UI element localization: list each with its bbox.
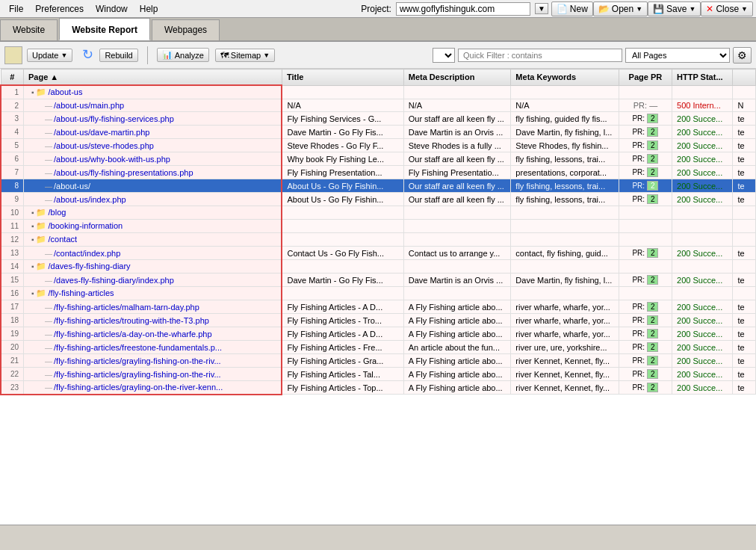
pages-filter-dropdown[interactable]: All Pages xyxy=(625,48,730,63)
page-link[interactable]: /fly-fishing-articles/freestone-fundamen… xyxy=(54,343,222,352)
page-link[interactable]: /about-us/fly-fishing-presentations.php xyxy=(54,168,193,177)
table-row[interactable]: 12▪📁/contact xyxy=(1,233,756,247)
update-button[interactable]: Update ▼ xyxy=(27,49,72,62)
row-page[interactable]: —/about-us/why-book-with-us.php xyxy=(24,152,282,166)
row-page[interactable]: —/about-us/fly-fishing-services.php xyxy=(24,112,282,126)
row-page[interactable]: —/about-us/dave-martin.php xyxy=(24,126,282,139)
table-row[interactable]: 23—/fly-fishing-articles/grayling-on-the… xyxy=(1,381,756,395)
close-button[interactable]: ✕ Close ▼ xyxy=(701,1,753,16)
page-link[interactable]: /daves-fly-fishing-diary/index.php xyxy=(54,276,174,285)
table-row[interactable]: 2—/about-us/main.phpN/AN/AN/APR: —500 In… xyxy=(1,99,756,112)
col-header-meta-kw[interactable]: Meta Keywords xyxy=(511,69,619,86)
row-page[interactable]: ▪📁/daves-fly-fishing-diary xyxy=(24,260,282,274)
page-link[interactable]: /about-us/fly-fishing-services.php xyxy=(54,114,174,123)
tab-website-report[interactable]: Website Report xyxy=(59,18,150,40)
col-header-pr[interactable]: Page PR xyxy=(619,69,672,86)
filter-type-dropdown[interactable] xyxy=(433,48,455,63)
page-link[interactable]: /about-us/dave-martin.php xyxy=(54,128,149,137)
open-dropdown-icon[interactable]: ▼ xyxy=(636,5,642,13)
save-button[interactable]: 💾 Save ▼ xyxy=(648,1,701,16)
col-header-title[interactable]: Title xyxy=(282,69,403,86)
table-row[interactable]: 13—/contact/index.phpContact Us - Go Fly… xyxy=(1,247,756,260)
menu-file[interactable]: File xyxy=(3,2,29,16)
quick-filter-input[interactable] xyxy=(458,49,622,62)
page-link[interactable]: /about-us/index.php xyxy=(54,195,126,204)
page-link[interactable]: /about-us/why-book-with-us.php xyxy=(54,155,170,164)
expand-icon[interactable]: ▪ xyxy=(31,262,34,271)
menu-preferences[interactable]: Preferences xyxy=(29,2,90,16)
row-page[interactable]: ▪📁/fly-fishing-articles xyxy=(24,287,282,300)
close-dropdown-icon[interactable]: ▼ xyxy=(741,5,748,13)
table-row[interactable]: 19—/fly-fishing-articles/a-day-on-the-wh… xyxy=(1,327,756,341)
row-page[interactable]: —/about-us/steve-rhodes.php xyxy=(24,139,282,152)
table-row[interactable]: 22—/fly-fishing-articles/grayling-fishin… xyxy=(1,368,756,381)
row-page[interactable]: —/fly-fishing-articles/freestone-fundame… xyxy=(24,341,282,354)
row-page[interactable]: —/fly-fishing-articles/a-day-on-the-whar… xyxy=(24,327,282,341)
page-link[interactable]: /about-us xyxy=(49,87,83,96)
table-row[interactable]: 4—/about-us/dave-martin.phpDave Martin -… xyxy=(1,126,756,139)
update-dropdown-icon[interactable]: ▼ xyxy=(61,52,67,59)
rebuild-button[interactable]: Rebuild xyxy=(99,49,137,62)
table-row[interactable]: 17—/fly-fishing-articles/malham-tarn-day… xyxy=(1,300,756,314)
table-container[interactable]: # Page ▲ Title Meta Description Meta Key… xyxy=(0,69,756,525)
page-link[interactable]: /fly-fishing-articles/grayling-on-the-ri… xyxy=(54,383,223,392)
table-row[interactable]: 10▪📁/blog xyxy=(1,206,756,220)
expand-icon[interactable]: ▪ xyxy=(31,235,34,244)
page-link[interactable]: /fly-fishing-articles/grayling-fishing-o… xyxy=(54,370,221,379)
menu-help[interactable]: Help xyxy=(134,2,164,16)
row-page[interactable]: —/fly-fishing-articles/malham-tarn-day.p… xyxy=(24,300,282,314)
table-row[interactable]: 9—/about-us/index.phpAbout Us - Go Fly F… xyxy=(1,193,756,206)
row-page[interactable]: —/about-us/ xyxy=(24,179,282,193)
menu-window[interactable]: Window xyxy=(90,2,134,16)
page-link[interactable]: /contact/index.php xyxy=(54,249,120,258)
sitemap-button[interactable]: 🗺 Sitemap ▼ xyxy=(215,49,275,62)
row-page[interactable]: ▪📁/contact xyxy=(24,233,282,247)
table-row[interactable]: 18—/fly-fishing-articles/trouting-with-t… xyxy=(1,314,756,327)
page-link[interactable]: /blog xyxy=(49,208,66,217)
table-row[interactable]: 15—/daves-fly-fishing-diary/index.phpDav… xyxy=(1,274,756,287)
analyze-button[interactable]: 📊 Analyze xyxy=(157,48,209,62)
row-page[interactable]: —/about-us/index.php xyxy=(24,193,282,206)
page-link[interactable]: /fly-fishing-articles/grayling-fishing-o… xyxy=(54,356,221,365)
row-page[interactable]: ▪📁/booking-information xyxy=(24,220,282,233)
page-link[interactable]: /contact xyxy=(49,235,78,244)
table-row[interactable]: 5—/about-us/steve-rhodes.phpSteve Rhodes… xyxy=(1,139,756,152)
table-row[interactable]: 14▪📁/daves-fly-fishing-diary xyxy=(1,260,756,274)
col-header-page[interactable]: Page ▲ xyxy=(24,69,282,86)
table-row[interactable]: 1▪📁/about-us xyxy=(1,85,756,99)
row-page[interactable]: —/fly-fishing-articles/grayling-fishing-… xyxy=(24,354,282,368)
tab-webpages[interactable]: Webpages xyxy=(152,19,220,40)
table-row[interactable]: 20—/fly-fishing-articles/freestone-funda… xyxy=(1,341,756,354)
settings-button[interactable]: ⚙ xyxy=(733,47,752,64)
page-link[interactable]: /daves-fly-fishing-diary xyxy=(49,262,131,271)
project-dropdown-icon[interactable]: ▼ xyxy=(535,3,548,14)
page-link[interactable]: /fly-fishing-articles xyxy=(49,288,114,297)
page-link[interactable]: /about-us/ xyxy=(54,182,90,191)
expand-icon[interactable]: ▪ xyxy=(31,289,34,297)
open-button[interactable]: 📂 Open ▼ xyxy=(593,1,648,16)
row-page[interactable]: ▪📁/about-us xyxy=(24,85,282,99)
expand-icon[interactable]: ▪ xyxy=(31,208,34,217)
page-link[interactable]: /about-us/main.php xyxy=(54,101,124,110)
row-page[interactable]: —/fly-fishing-articles/grayling-on-the-r… xyxy=(24,381,282,395)
expand-icon[interactable]: ▪ xyxy=(31,88,34,96)
col-header-meta-desc[interactable]: Meta Description xyxy=(403,69,511,86)
table-row[interactable]: 3—/about-us/fly-fishing-services.phpFly … xyxy=(1,112,756,126)
row-page[interactable]: —/fly-fishing-articles/grayling-fishing-… xyxy=(24,368,282,381)
project-url-input[interactable] xyxy=(396,2,530,16)
table-row[interactable]: 21—/fly-fishing-articles/grayling-fishin… xyxy=(1,354,756,368)
row-page[interactable]: —/fly-fishing-articles/trouting-with-the… xyxy=(24,314,282,327)
tab-website[interactable]: Website xyxy=(0,19,58,40)
row-page[interactable]: —/about-us/fly-fishing-presentations.php xyxy=(24,166,282,179)
row-page[interactable]: —/about-us/main.php xyxy=(24,99,282,112)
table-row[interactable]: 11▪📁/booking-information xyxy=(1,220,756,233)
save-dropdown-icon[interactable]: ▼ xyxy=(689,5,695,13)
row-page[interactable]: —/contact/index.php xyxy=(24,247,282,260)
table-row[interactable]: 16▪📁/fly-fishing-articles xyxy=(1,287,756,300)
col-header-http[interactable]: HTTP Stat... xyxy=(672,69,733,86)
table-row[interactable]: 8—/about-us/About Us - Go Fly Fishin...O… xyxy=(1,179,756,193)
table-row[interactable]: 7—/about-us/fly-fishing-presentations.ph… xyxy=(1,166,756,179)
page-link[interactable]: /about-us/steve-rhodes.php xyxy=(54,141,154,150)
row-page[interactable]: —/daves-fly-fishing-diary/index.php xyxy=(24,274,282,287)
sitemap-dropdown-icon[interactable]: ▼ xyxy=(263,52,270,59)
